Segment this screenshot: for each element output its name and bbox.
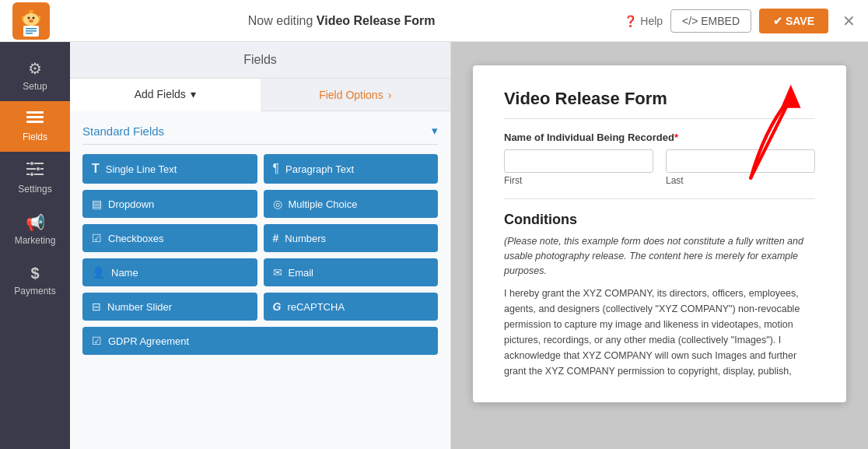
conditions-title: Conditions bbox=[504, 212, 815, 228]
first-name-input[interactable] bbox=[504, 149, 653, 173]
sidebar: ⚙ Setup Fields bbox=[0, 42, 70, 449]
first-name-sublabel: First bbox=[504, 175, 653, 186]
fields-tabs: Add Fields ▾ Field Options › bbox=[70, 79, 450, 111]
paragraph-text-icon: ¶ bbox=[273, 162, 280, 176]
name-icon: 👤 bbox=[92, 266, 105, 279]
field-btn-checkboxes[interactable]: ☑ Checkboxes bbox=[82, 224, 257, 252]
sidebar-fields-label: Fields bbox=[23, 132, 47, 142]
multiple-choice-icon: ◎ bbox=[273, 198, 282, 210]
field-btn-numbers[interactable]: # Numbers bbox=[264, 224, 439, 252]
last-name-sublabel: Last bbox=[666, 175, 815, 186]
svg-point-16 bbox=[30, 162, 34, 166]
dropdown-label: Dropdown bbox=[108, 198, 154, 210]
last-name-input[interactable] bbox=[666, 149, 815, 173]
save-button[interactable]: ✔ SAVE bbox=[759, 9, 828, 33]
header-actions: ❓ Help </> EMBED ✔ SAVE ✕ bbox=[624, 9, 856, 33]
svg-rect-13 bbox=[26, 116, 44, 118]
field-btn-paragraph-text[interactable]: ¶ Paragraph Text bbox=[264, 154, 439, 184]
app-logo bbox=[12, 2, 50, 40]
embed-label: </> EMBED bbox=[682, 15, 740, 27]
svg-rect-9 bbox=[26, 28, 37, 30]
field-btn-gdpr[interactable]: ☑ GDPR Agreement bbox=[82, 327, 438, 355]
single-line-text-icon: T bbox=[92, 162, 100, 176]
field-btn-single-line-text[interactable]: T Single Line Text bbox=[82, 154, 257, 184]
email-label: Email bbox=[289, 267, 314, 279]
field-buttons-grid: T Single Line Text ¶ Paragraph Text ▤ Dr… bbox=[82, 154, 438, 321]
numbers-icon: # bbox=[273, 232, 279, 244]
gdpr-icon: ☑ bbox=[92, 335, 102, 347]
form-divider bbox=[504, 198, 815, 199]
conditions-italic: (Please note, this example form does not… bbox=[504, 234, 815, 278]
embed-button[interactable]: </> EMBED bbox=[670, 9, 751, 33]
name-field-label: Name of Individual Being Recorded* bbox=[504, 132, 815, 143]
checkboxes-icon: ☑ bbox=[92, 232, 102, 244]
numbers-label: Numbers bbox=[285, 233, 326, 244]
tab-field-options[interactable]: Field Options › bbox=[261, 79, 451, 110]
first-name-col: First bbox=[504, 149, 653, 186]
add-fields-label: Add Fields bbox=[135, 88, 186, 100]
number-slider-label: Number Slider bbox=[107, 301, 172, 313]
svg-point-5 bbox=[28, 16, 30, 19]
svg-rect-10 bbox=[26, 30, 37, 32]
dropdown-icon: ▤ bbox=[92, 198, 102, 210]
sidebar-item-setup[interactable]: ⚙ Setup bbox=[0, 50, 70, 101]
form-canvas: Video Release Form Name of Individual Be… bbox=[473, 65, 846, 402]
sidebar-item-payments[interactable]: $ Payments bbox=[0, 255, 70, 306]
fields-header: Fields bbox=[70, 42, 450, 79]
sidebar-marketing-label: Marketing bbox=[15, 235, 56, 246]
fields-content: Standard Fields ▾ T Single Line Text ¶ P… bbox=[70, 111, 450, 374]
tab-add-fields[interactable]: Add Fields ▾ bbox=[70, 79, 261, 111]
gdpr-label: GDPR Agreement bbox=[108, 335, 189, 347]
required-asterisk: * bbox=[674, 132, 678, 143]
editing-prefix: Now editing bbox=[248, 14, 313, 27]
sidebar-setup-label: Setup bbox=[23, 81, 47, 92]
field-btn-dropdown[interactable]: ▤ Dropdown bbox=[82, 190, 257, 218]
form-preview: Video Release Form Name of Individual Be… bbox=[451, 42, 868, 449]
sidebar-item-marketing[interactable]: 📢 Marketing bbox=[0, 204, 70, 255]
fields-panel-title: Fields bbox=[243, 53, 277, 66]
field-btn-name[interactable]: 👤 Name bbox=[82, 258, 257, 286]
field-btn-number-slider[interactable]: ⊟ Number Slider bbox=[82, 293, 257, 321]
standard-fields-label: Standard Fields bbox=[82, 125, 164, 138]
app-header: Now editing Video Release Form ❓ Help </… bbox=[0, 0, 868, 42]
close-button[interactable]: ✕ bbox=[842, 12, 856, 30]
sidebar-item-settings[interactable]: Settings bbox=[0, 152, 70, 204]
single-line-text-label: Single Line Text bbox=[106, 163, 177, 175]
email-icon: ✉ bbox=[273, 266, 282, 279]
save-label: ✔ SAVE bbox=[773, 15, 814, 27]
fields-icon bbox=[26, 110, 44, 128]
form-name: Video Release Form bbox=[317, 14, 436, 27]
recaptcha-icon: G bbox=[273, 300, 282, 313]
marketing-icon: 📢 bbox=[26, 213, 45, 232]
payments-icon: $ bbox=[30, 265, 39, 282]
chevron-down-icon: ▾ bbox=[191, 88, 196, 100]
fields-panel: Fields Add Fields ▾ Field Options › Stan… bbox=[70, 42, 451, 449]
slider-icon: ⊟ bbox=[92, 300, 101, 313]
paragraph-text-label: Paragraph Text bbox=[285, 163, 354, 175]
field-btn-multiple-choice[interactable]: ◎ Multiple Choice bbox=[264, 190, 439, 218]
help-label: Help bbox=[640, 15, 663, 27]
multiple-choice-label: Multiple Choice bbox=[289, 198, 358, 210]
chevron-right-icon: › bbox=[388, 89, 392, 101]
svg-point-20 bbox=[30, 173, 34, 177]
field-btn-recaptcha[interactable]: G reCAPTCHA bbox=[264, 293, 439, 321]
checkboxes-label: Checkboxes bbox=[108, 233, 164, 244]
question-icon: ❓ bbox=[624, 15, 637, 27]
svg-rect-11 bbox=[26, 33, 33, 34]
standard-fields-section: Standard Fields ▾ bbox=[82, 124, 438, 145]
form-title: Video Release Form bbox=[504, 89, 815, 119]
collapse-icon[interactable]: ▾ bbox=[432, 124, 438, 138]
sidebar-item-fields[interactable]: Fields bbox=[0, 101, 70, 152]
field-buttons-grid-extra: ☑ GDPR Agreement bbox=[82, 327, 438, 355]
help-button[interactable]: ❓ Help bbox=[624, 15, 663, 27]
name-field-label-text: Name of Individual Being Recorded bbox=[504, 132, 674, 143]
name-row: First Last bbox=[504, 149, 815, 186]
setup-icon: ⚙ bbox=[28, 59, 42, 78]
field-options-label: Field Options bbox=[319, 89, 383, 101]
name-label: Name bbox=[111, 267, 138, 279]
svg-point-18 bbox=[37, 167, 40, 171]
field-btn-email[interactable]: ✉ Email bbox=[264, 258, 439, 286]
settings-icon bbox=[26, 161, 44, 181]
svg-rect-12 bbox=[26, 111, 44, 114]
svg-point-7 bbox=[29, 19, 33, 23]
